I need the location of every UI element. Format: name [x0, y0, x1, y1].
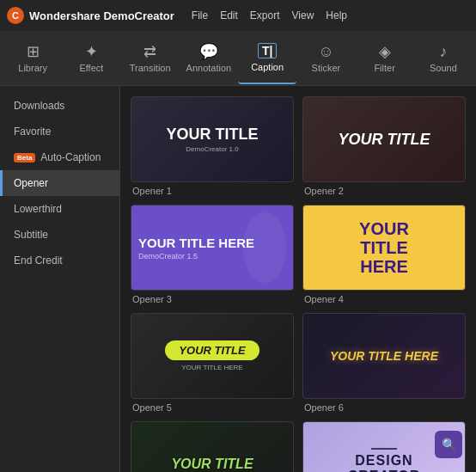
library-icon: ⊞: [27, 44, 40, 59]
sound-icon: ♪: [439, 44, 447, 59]
sticker-icon: ☺: [318, 44, 333, 59]
effect-icon: ✦: [85, 44, 98, 59]
toolbar-sticker[interactable]: ☺ Sticker: [296, 33, 355, 84]
opener-5-subtitle: YOUR TITLE HERE: [181, 364, 242, 371]
toolbar-filter-label: Filter: [374, 63, 394, 73]
opener-2-thumbnail: YOUR TITLE: [302, 96, 466, 182]
menu-help[interactable]: Help: [326, 9, 347, 21]
opener-grid: YOUR TITLE DemoCreator 1.0 Opener 1 YOUR…: [131, 96, 466, 472]
search-button[interactable]: 🔍: [435, 431, 462, 458]
toolbar-library-label: Library: [18, 63, 47, 73]
menu-export[interactable]: Export: [250, 9, 280, 21]
opener-5-thumbnail: YOUR TITLE YOUR TITLE HERE: [131, 313, 294, 399]
menu-bar: C Wondershare DemoCreator File Edit Expo…: [0, 0, 476, 31]
opener-5-label: Opener 5: [131, 402, 294, 413]
menu-file[interactable]: File: [192, 9, 208, 21]
opener-7-title: YOUR TITLE: [171, 457, 253, 472]
toolbar: ⊞ Library ✦ Effect ⇄ Transition 💬 Annota…: [0, 31, 476, 86]
opener-4-thumbnail: YOURTITLEHERE: [302, 205, 466, 291]
opener-1-thumbnail: YOUR TITLE DemoCreator 1.0: [131, 96, 294, 182]
caption-icon: T|: [258, 43, 277, 58]
filter-icon: ◈: [379, 44, 391, 59]
toolbar-annotation-label: Annotation: [186, 63, 232, 73]
opener-1-item[interactable]: YOUR TITLE DemoCreator 1.0 Opener 1: [131, 96, 294, 196]
opener-1-title: YOUR TITLE: [167, 126, 259, 144]
sidebar-item-opener[interactable]: Opener: [0, 170, 119, 196]
toolbar-effect-label: Effect: [79, 63, 103, 73]
opener-4-label: Opener 4: [302, 294, 466, 304]
sidebar-item-auto-caption[interactable]: Beta Auto-Caption: [0, 144, 119, 170]
main-layout: Downloads Favorite Beta Auto-Caption Ope…: [0, 86, 476, 472]
toolbar-transition-label: Transition: [130, 63, 171, 73]
opener-1-label: Opener 1: [131, 186, 294, 196]
app-logo: C Wondershare DemoCreator: [7, 7, 174, 24]
toolbar-filter[interactable]: ◈ Filter: [356, 33, 414, 84]
opener-6-thumbnail: YOUR TITLE HERE: [302, 313, 466, 399]
toolbar-caption-label: Caption: [251, 62, 284, 72]
opener-4-title: YOURTITLEHERE: [359, 219, 409, 276]
transition-icon: ⇄: [143, 44, 156, 59]
sidebar-item-favorite[interactable]: Favorite: [0, 119, 119, 144]
opener-8-line: [371, 448, 397, 450]
opener-5-item[interactable]: YOUR TITLE YOUR TITLE HERE Opener 5: [131, 313, 294, 413]
toolbar-caption[interactable]: T| Caption: [238, 33, 296, 84]
opener-2-label: Opener 2: [302, 186, 466, 196]
toolbar-transition[interactable]: ⇄ Transition: [121, 33, 180, 84]
opener-3-label: Opener 3: [131, 294, 294, 304]
opener-6-title: YOUR TITLE HERE: [330, 349, 438, 363]
sidebar-item-end-credit[interactable]: End Credit: [0, 248, 119, 273]
opener-7-item[interactable]: YOUR TITLE Opener 7: [131, 421, 294, 472]
toolbar-library[interactable]: ⊞ Library: [3, 33, 62, 84]
logo-icon: C: [7, 7, 24, 24]
sidebar-item-subtitle[interactable]: Subtitle: [0, 222, 119, 248]
menu-items: File Edit Export View Help: [192, 9, 347, 21]
opener-1-subtitle: DemoCreator 1.0: [167, 145, 259, 153]
beta-badge: Beta: [14, 153, 35, 162]
toolbar-sticker-label: Sticker: [312, 63, 341, 73]
opener-6-label: Opener 6: [302, 402, 466, 413]
opener-4-item[interactable]: YOURTITLEHERE Opener 4: [302, 205, 466, 304]
opener-3-deco: [243, 212, 286, 283]
search-icon: 🔍: [442, 438, 456, 451]
sidebar-item-downloads[interactable]: Downloads: [0, 93, 119, 119]
opener-6-item[interactable]: YOUR TITLE HERE Opener 6: [302, 313, 466, 413]
opener-2-title: YOUR TITLE: [339, 131, 430, 149]
sidebar: Downloads Favorite Beta Auto-Caption Ope…: [0, 86, 120, 472]
toolbar-sound[interactable]: ♪ Sound: [414, 33, 473, 84]
opener-3-subtitle: DemoCreator 1.5: [138, 252, 254, 261]
toolbar-sound-label: Sound: [430, 63, 457, 73]
opener-7-thumbnail: YOUR TITLE: [131, 421, 294, 472]
opener-5-title: YOUR TITLE: [165, 340, 259, 360]
menu-edit[interactable]: Edit: [220, 9, 238, 21]
opener-8-title: DESIGNCREATOR: [348, 453, 421, 472]
toolbar-annotation[interactable]: 💬 Annotation: [180, 33, 238, 84]
app-name: Wondershare DemoCreator: [29, 9, 174, 22]
menu-view[interactable]: View: [292, 9, 314, 21]
content-area: YOUR TITLE DemoCreator 1.0 Opener 1 YOUR…: [120, 86, 476, 472]
opener-3-title: YOUR TITLE HERE: [138, 236, 254, 250]
opener-3-thumbnail: YOUR TITLE HERE DemoCreator 1.5: [131, 205, 294, 291]
sidebar-item-lowerthird[interactable]: Lowerthird: [0, 196, 119, 222]
opener-2-item[interactable]: YOUR TITLE Opener 2: [302, 96, 466, 196]
annotation-icon: 💬: [199, 44, 218, 59]
toolbar-effect[interactable]: ✦ Effect: [62, 33, 120, 84]
opener-3-item[interactable]: YOUR TITLE HERE DemoCreator 1.5 Opener 3: [131, 205, 294, 304]
